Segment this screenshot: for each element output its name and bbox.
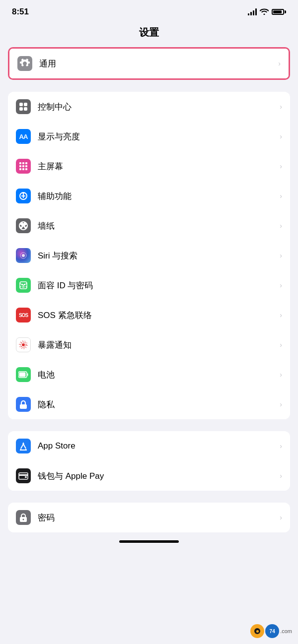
settings-row-wallpaper[interactable]: 墙纸 › xyxy=(8,211,290,241)
svg-line-35 xyxy=(23,444,26,449)
svg-rect-7 xyxy=(19,165,21,167)
svg-rect-37 xyxy=(19,473,28,479)
svg-rect-6 xyxy=(25,162,27,164)
siri-label: Siri 与搜索 xyxy=(38,250,276,261)
home-bar xyxy=(119,540,179,543)
svg-rect-4 xyxy=(19,162,21,164)
general-label: 通用 xyxy=(39,58,274,69)
wallpaper-label: 墙纸 xyxy=(38,220,276,232)
svg-rect-12 xyxy=(25,168,27,170)
wallet-icon xyxy=(16,468,31,483)
svg-rect-38 xyxy=(19,474,28,476)
sos-icon: SOS xyxy=(16,308,31,322)
svg-point-18 xyxy=(22,254,25,257)
home-screen-icon xyxy=(16,159,31,174)
faceid-chevron: › xyxy=(280,281,282,289)
settings-row-home-screen[interactable]: 主屏幕 › xyxy=(8,151,290,181)
siri-chevron: › xyxy=(280,252,282,259)
accessibility-chevron: › xyxy=(280,192,282,200)
watermark: 74 .com xyxy=(250,624,292,638)
settings-row-privacy[interactable]: 隐私 › xyxy=(8,389,290,419)
svg-rect-10 xyxy=(19,168,21,170)
store-section: App Store › 钱包与 Apple Pay › xyxy=(8,431,290,491)
sos-label: SOS 紧急联络 xyxy=(38,310,276,321)
sos-chevron: › xyxy=(280,311,282,319)
svg-rect-31 xyxy=(19,373,26,377)
wallpaper-chevron: › xyxy=(280,222,282,230)
wallet-label: 钱包与 Apple Pay xyxy=(38,470,276,482)
settings-row-appstore[interactable]: App Store › xyxy=(8,431,290,461)
svg-rect-2 xyxy=(19,107,23,111)
passwords-chevron: › xyxy=(280,514,282,521)
svg-point-41 xyxy=(23,519,24,520)
svg-line-34 xyxy=(21,444,23,449)
password-section: 密码 › xyxy=(8,503,290,532)
svg-point-27 xyxy=(22,343,25,346)
svg-rect-9 xyxy=(25,165,27,167)
page-title: 设置 xyxy=(139,27,159,38)
settings-row-accessibility[interactable]: 辅助功能 › xyxy=(8,181,290,211)
svg-point-25 xyxy=(24,284,25,285)
svg-rect-0 xyxy=(19,103,23,106)
settings-row-control-center[interactable]: 控制中心 › xyxy=(8,92,290,122)
status-bar: 8:51 xyxy=(0,0,298,21)
wallpaper-icon xyxy=(16,218,31,233)
svg-rect-5 xyxy=(22,162,24,164)
status-icons xyxy=(248,8,286,16)
display-label: 显示与亮度 xyxy=(38,131,276,142)
appstore-icon xyxy=(16,439,31,453)
accessibility-icon xyxy=(16,189,31,203)
home-screen-chevron: › xyxy=(280,162,282,170)
svg-rect-32 xyxy=(27,374,28,376)
svg-point-24 xyxy=(22,284,23,285)
appstore-chevron: › xyxy=(280,442,282,450)
privacy-icon xyxy=(16,397,31,412)
signal-icon xyxy=(248,8,257,15)
svg-rect-39 xyxy=(25,476,27,478)
settings-row-display[interactable]: AA 显示与亮度 › xyxy=(8,122,290,151)
passwords-label: 密码 xyxy=(38,512,276,523)
display-chevron: › xyxy=(280,132,282,140)
privacy-chevron: › xyxy=(280,400,282,408)
page-title-bar: 设置 xyxy=(0,21,298,47)
display-icon: AA xyxy=(16,129,31,144)
battery-icon xyxy=(16,367,31,382)
password-icon xyxy=(16,510,31,525)
exposure-icon xyxy=(16,337,31,352)
settings-row-general[interactable]: 通用 › xyxy=(9,49,289,78)
battery-status-icon xyxy=(272,9,286,15)
wifi-icon xyxy=(260,8,269,16)
control-center-label: 控制中心 xyxy=(38,101,276,113)
home-indicator xyxy=(0,536,298,545)
svg-rect-8 xyxy=(22,165,24,167)
settings-row-battery[interactable]: 电池 › xyxy=(8,360,290,389)
general-icon xyxy=(17,56,32,71)
settings-row-sos[interactable]: SOS SOS 紧急联络 › xyxy=(8,300,290,330)
exposure-chevron: › xyxy=(280,341,282,349)
settings-row-exposure[interactable]: 暴露通知 › xyxy=(8,330,290,360)
appstore-label: App Store xyxy=(38,441,276,451)
svg-rect-11 xyxy=(22,168,24,170)
settings-row-siri[interactable]: Siri 与搜索 › xyxy=(8,241,290,270)
general-chevron: › xyxy=(278,60,281,67)
display-section: 控制中心 › AA 显示与亮度 › 主屏幕 › xyxy=(8,92,290,419)
accessibility-label: 辅助功能 xyxy=(38,191,276,202)
privacy-label: 隐私 xyxy=(38,399,276,410)
faceid-label: 面容 ID 与密码 xyxy=(38,280,276,291)
svg-rect-3 xyxy=(24,107,27,111)
general-section: 通用 › xyxy=(8,47,290,80)
home-screen-label: 主屏幕 xyxy=(38,161,276,172)
settings-row-passwords[interactable]: 密码 › xyxy=(8,503,290,532)
siri-icon xyxy=(16,248,31,263)
status-time: 8:51 xyxy=(12,7,29,17)
settings-row-faceid[interactable]: 面容 ID 与密码 › xyxy=(8,270,290,300)
svg-rect-1 xyxy=(24,103,27,106)
faceid-icon xyxy=(16,278,31,293)
settings-row-wallet[interactable]: 钱包与 Apple Pay › xyxy=(8,461,290,491)
battery-chevron: › xyxy=(280,371,282,379)
control-center-chevron: › xyxy=(280,103,282,111)
battery-label: 电池 xyxy=(38,369,276,381)
exposure-label: 暴露通知 xyxy=(38,339,276,351)
svg-rect-33 xyxy=(20,404,27,409)
control-center-icon xyxy=(16,99,31,114)
